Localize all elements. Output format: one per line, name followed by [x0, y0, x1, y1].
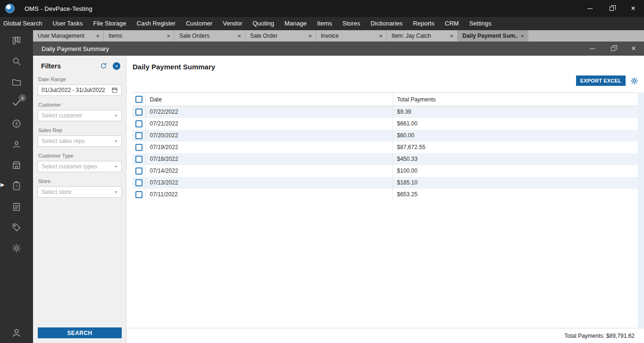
tab-daily-payment-sum[interactable]: Daily Payment Sum...× [458, 30, 528, 42]
window-title: OMS - DevPace-Testing [25, 5, 92, 12]
tab-close-icon[interactable]: × [308, 33, 312, 40]
row-checkbox[interactable] [135, 132, 142, 139]
inner-window-title: Daily Payment Summary [42, 45, 109, 52]
table-row[interactable]: 07/21/2022$661.00 [133, 118, 638, 130]
folder-icon[interactable] [11, 77, 22, 87]
tab-close-icon[interactable]: × [167, 33, 170, 40]
inner-window-titlebar: Daily Payment Summary × [33, 42, 644, 56]
settings-icon[interactable] [11, 243, 22, 253]
row-checkbox[interactable] [135, 156, 142, 163]
tab-sale-orders[interactable]: Sale Orders× [175, 30, 245, 42]
chevron-down-icon: ▼ [114, 165, 118, 169]
menu-item-crm[interactable]: CRM [445, 17, 459, 30]
row-checkbox[interactable] [135, 120, 142, 127]
clipboard-question-icon[interactable]: ? [11, 181, 22, 191]
table-row[interactable]: 07/20/2022$60.00 [133, 130, 638, 142]
filter-fields: Date Range01/Jul/2022 - 31/Jul/2022Custo… [33, 76, 126, 198]
table-settings-gear-icon[interactable] [630, 76, 639, 85]
refresh-icon[interactable] [100, 62, 108, 70]
total-payments-cell: $450.33 [393, 153, 638, 165]
export-excel-button[interactable]: EXPORT EXCEL [576, 75, 626, 86]
tags-icon[interactable] [11, 222, 22, 233]
customer-select[interactable]: Select customer▼ [38, 110, 122, 121]
row-checkbox[interactable] [135, 109, 142, 116]
filters-panel: Filters × Date Range01/Jul/2022 - 31/Jul… [33, 56, 126, 343]
window-restore-button[interactable] [601, 0, 622, 17]
tab-item-jay-catch[interactable]: Item: Jay Catch× [387, 30, 458, 42]
tasks-icon[interactable]: 6 [11, 98, 22, 108]
close-icon: × [631, 5, 635, 12]
total-payments-cell: $9.39 [393, 106, 638, 118]
window-minimize-button[interactable] [579, 0, 601, 17]
search-button[interactable]: SEARCH [38, 327, 122, 338]
close-filters-icon[interactable]: × [113, 62, 120, 70]
table-scrollbar[interactable] [638, 92, 644, 327]
minimize-icon [590, 49, 595, 49]
tab-user-management[interactable]: User Management× [33, 30, 104, 42]
table-row[interactable]: 07/18/2022$450.33 [133, 153, 638, 165]
total-payments-cell: $60.00 [393, 130, 638, 142]
sidebar-expander-arrow[interactable]: ▶ [0, 182, 4, 187]
svg-text:$: $ [15, 121, 18, 126]
tab-close-icon[interactable]: × [237, 33, 241, 40]
table-row[interactable]: 07/14/2022$100.00 [133, 165, 638, 177]
select-placeholder: Select customer [42, 112, 114, 119]
clipboard-list-icon[interactable] [11, 201, 22, 212]
menu-item-user-tasks[interactable]: User Tasks [52, 17, 83, 30]
tab-label: Sale Order [250, 33, 305, 39]
menu-item-dictionaries[interactable]: Dictionaries [370, 17, 402, 30]
minimize-icon [587, 8, 593, 9]
tab-sale-order[interactable]: Sale Order× [245, 30, 316, 42]
tab-items[interactable]: Items× [104, 30, 175, 42]
date-cell: 07/20/2022 [145, 130, 393, 142]
tab-close-icon[interactable]: × [379, 33, 383, 40]
dashboard-icon[interactable] [11, 35, 22, 46]
menu-item-settings[interactable]: Settings [469, 17, 491, 30]
tab-label: User Management [38, 33, 93, 39]
window-close-button[interactable]: × [622, 0, 644, 17]
search-icon[interactable] [11, 56, 22, 67]
tab-close-icon[interactable]: × [450, 33, 453, 40]
date-cell: 07/22/2022 [145, 106, 393, 118]
column-header-total-payments[interactable]: Total Payments [393, 93, 638, 106]
sales-rep-select[interactable]: Select sales reps▼ [38, 135, 122, 147]
menu-item-items[interactable]: Items [317, 17, 332, 30]
table-row[interactable]: 07/19/2022$87,672.55 [133, 142, 638, 153]
menu-item-stores[interactable]: Stores [343, 17, 360, 30]
table-row[interactable]: 07/13/2022$185.10 [133, 177, 638, 189]
contacts-icon[interactable] [11, 139, 22, 150]
tab-close-icon[interactable]: × [96, 33, 100, 40]
column-header-date[interactable]: Date [145, 93, 393, 106]
menu-item-file-storage[interactable]: File Storage [93, 17, 126, 30]
store-select[interactable]: Select store▼ [38, 186, 122, 198]
user-icon[interactable] [11, 327, 22, 338]
row-checkbox[interactable] [135, 179, 142, 186]
row-checkbox[interactable] [135, 191, 142, 198]
date-range-input[interactable]: 01/Jul/2022 - 31/Jul/2022 [38, 84, 122, 96]
select-placeholder: Select sales reps [42, 138, 114, 144]
menu-item-cash-register[interactable]: Cash Register [137, 17, 176, 30]
store-icon[interactable] [11, 160, 22, 170]
calendar-icon[interactable] [111, 87, 118, 93]
inner-minimize-button[interactable] [582, 42, 602, 56]
filter-label-customer-type: Customer Type [38, 153, 122, 159]
menu-item-vendor[interactable]: Vendor [223, 17, 242, 30]
inner-restore-button[interactable] [602, 42, 623, 56]
tab-close-icon[interactable]: × [520, 33, 524, 40]
menu-item-customer[interactable]: Customer [186, 17, 212, 30]
table-row[interactable]: 07/22/2022$9.39 [133, 106, 638, 118]
menu-item-reports[interactable]: Reports [413, 17, 435, 30]
menu-item-manage[interactable]: Manage [284, 17, 307, 30]
row-checkbox[interactable] [135, 167, 142, 175]
menu-item-global-search[interactable]: Global Search [3, 17, 42, 30]
payments-icon[interactable]: $ [11, 118, 22, 129]
tab-invoice[interactable]: Invoice× [316, 30, 387, 42]
table-footer: Total Payments: $89,791.62 [126, 328, 644, 343]
menu-item-quoting[interactable]: Quoting [252, 17, 274, 30]
row-checkbox[interactable] [135, 144, 142, 151]
inner-close-button[interactable]: × [623, 42, 644, 56]
customer-type-select[interactable]: Select customer types▼ [38, 161, 122, 172]
chevron-down-icon: ▼ [114, 139, 118, 143]
select-all-checkbox[interactable] [135, 96, 142, 103]
table-row[interactable]: 07/11/2022$653.25 [133, 189, 638, 201]
